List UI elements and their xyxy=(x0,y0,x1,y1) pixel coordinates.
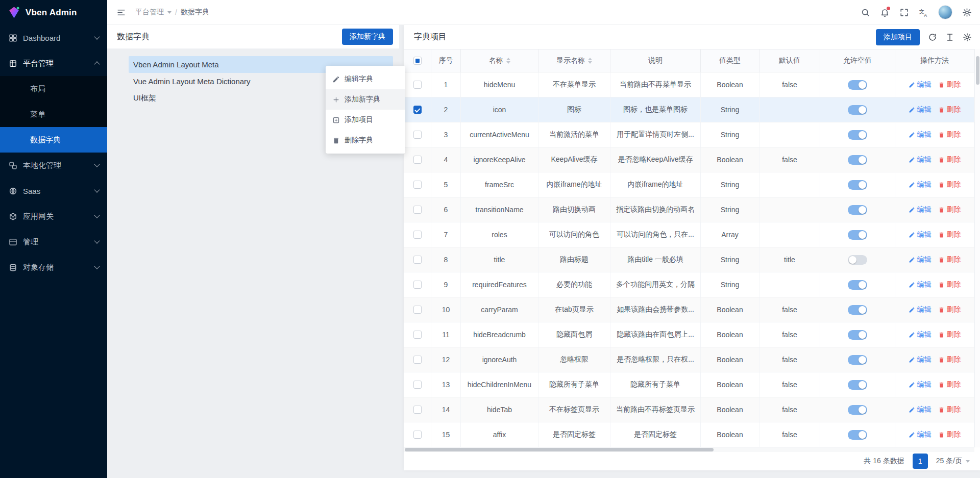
delete-button[interactable]: 删除 xyxy=(938,255,961,264)
edit-button[interactable]: 编辑 xyxy=(909,330,932,339)
delete-button[interactable]: 删除 xyxy=(938,130,961,139)
table-row-roles[interactable]: 7 roles 可以访问的角色 可以访问的角色，只在... Array 编辑 删… xyxy=(404,222,974,247)
translate-icon[interactable]: 文A xyxy=(919,8,928,17)
context-menu-delete-dict[interactable]: 删除字典 xyxy=(326,130,405,150)
edit-button[interactable]: 编辑 xyxy=(909,405,932,414)
edit-button[interactable]: 编辑 xyxy=(909,430,932,439)
edit-button[interactable]: 编辑 xyxy=(909,180,932,189)
nullable-toggle[interactable] xyxy=(848,305,867,315)
table-row-currentActiveMenu[interactable]: 3 currentActiveMenu 当前激活的菜单 用于配置详情页时左侧..… xyxy=(404,122,974,147)
search-icon[interactable] xyxy=(861,8,870,17)
delete-button[interactable]: 删除 xyxy=(938,280,961,289)
table-row-requiredFeatures[interactable]: 9 requiredFeatures 必要的功能 多个功能间用英文，分隔 Str… xyxy=(404,272,974,297)
table-horizontal-scrollbar[interactable] xyxy=(404,447,974,452)
nullable-toggle[interactable] xyxy=(848,155,867,165)
nullable-toggle[interactable] xyxy=(848,280,867,290)
sort-icon[interactable] xyxy=(506,58,510,64)
menu-fold-icon[interactable] xyxy=(116,8,126,17)
context-menu-edit-dict[interactable]: 编辑字典 xyxy=(326,69,405,89)
row-checkbox[interactable] xyxy=(413,306,422,314)
edit-button[interactable]: 编辑 xyxy=(909,380,932,389)
sidebar-item-localization[interactable]: 本地化管理 xyxy=(0,153,107,178)
delete-button[interactable]: 删除 xyxy=(938,355,961,364)
row-checkbox[interactable] xyxy=(413,256,422,264)
pagination-page-1[interactable]: 1 xyxy=(913,454,928,469)
table-row-ignoreKeepAlive[interactable]: 4 ignoreKeepAlive KeepAlive缓存 是否忽略KeepAl… xyxy=(404,147,974,172)
delete-button[interactable]: 删除 xyxy=(938,430,961,439)
column-header-display[interactable]: 显示名称 xyxy=(538,49,610,72)
row-checkbox[interactable] xyxy=(413,231,422,239)
edit-button[interactable]: 编辑 xyxy=(909,355,932,364)
edit-button[interactable]: 编辑 xyxy=(909,305,932,314)
sidebar-item-object-storage[interactable]: 对象存储 xyxy=(0,255,107,280)
table-row-hideChildrenInMenu[interactable]: 13 hideChildrenInMenu 隐藏所有子菜单 隐藏所有子菜单 Bo… xyxy=(404,372,974,397)
row-checkbox[interactable] xyxy=(413,406,422,414)
table-row-transitionName[interactable]: 6 transitionName 路由切换动画 指定该路由切换的动画名 Stri… xyxy=(404,197,974,222)
breadcrumb-parent[interactable]: 平台管理 xyxy=(135,8,164,17)
nullable-toggle[interactable] xyxy=(848,80,867,90)
edit-button[interactable]: 编辑 xyxy=(909,105,932,114)
add-dictionary-button[interactable]: 添加新字典 xyxy=(342,29,393,45)
delete-button[interactable]: 删除 xyxy=(938,305,961,314)
edit-button[interactable]: 编辑 xyxy=(909,255,932,264)
sidebar-item-platform[interactable]: 平台管理 xyxy=(0,51,107,76)
nullable-toggle[interactable] xyxy=(848,380,867,390)
column-header-name[interactable]: 名称 xyxy=(461,49,538,72)
context-menu-add-item[interactable]: 添加项目 xyxy=(326,110,405,130)
sidebar-item-saas[interactable]: Saas xyxy=(0,178,107,204)
row-checkbox[interactable] xyxy=(413,206,422,214)
row-checkbox[interactable] xyxy=(413,431,422,439)
table-row-hideMenu[interactable]: 1 hideMenu 不在菜单显示 当前路由不再菜单显示 Boolean fal… xyxy=(404,72,974,97)
row-checkbox[interactable] xyxy=(413,181,422,189)
table-row-affix[interactable]: 15 affix 是否固定标签 是否固定标签 Boolean false 编辑 … xyxy=(404,422,974,447)
row-checkbox[interactable] xyxy=(413,281,422,289)
nullable-toggle[interactable] xyxy=(848,405,867,415)
nullable-toggle[interactable] xyxy=(848,355,867,365)
sidebar-item-gateway[interactable]: 应用网关 xyxy=(0,204,107,229)
delete-button[interactable]: 删除 xyxy=(938,405,961,414)
delete-button[interactable]: 删除 xyxy=(938,155,961,164)
delete-button[interactable]: 删除 xyxy=(938,205,961,214)
row-checkbox[interactable] xyxy=(413,356,422,364)
nullable-toggle[interactable] xyxy=(848,105,867,115)
table-row-carryParam[interactable]: 10 carryParam 在tab页显示 如果该路由会携带参数... Bool… xyxy=(404,297,974,322)
sidebar-item-layout[interactable]: 布局 xyxy=(0,76,107,102)
table-row-frameSrc[interactable]: 5 frameSrc 内嵌iframe的地址 内嵌iframe的地址 Strin… xyxy=(404,172,974,197)
select-all-checkbox[interactable] xyxy=(413,57,422,65)
row-checkbox[interactable] xyxy=(413,131,422,139)
nullable-toggle[interactable] xyxy=(848,180,867,190)
sidebar-item-management[interactable]: 管理 xyxy=(0,229,107,255)
row-height-icon[interactable] xyxy=(945,33,954,42)
edit-button[interactable]: 编辑 xyxy=(909,230,932,239)
table-row-hideTab[interactable]: 14 hideTab 不在标签页显示 当前路由不再标签页显示 Boolean f… xyxy=(404,397,974,422)
nullable-toggle[interactable] xyxy=(848,130,867,140)
notification-bell-icon[interactable] xyxy=(880,8,890,17)
context-menu-add-dict[interactable]: 添加新字典 xyxy=(326,89,405,110)
delete-button[interactable]: 删除 xyxy=(938,105,961,114)
edit-button[interactable]: 编辑 xyxy=(909,205,932,214)
edit-button[interactable]: 编辑 xyxy=(909,155,932,164)
table-row-icon[interactable]: 2 icon 图标 图标，也是菜单图标 String 编辑 删除 xyxy=(404,97,974,122)
row-checkbox[interactable] xyxy=(413,381,422,389)
edit-button[interactable]: 编辑 xyxy=(909,280,932,289)
edit-button[interactable]: 编辑 xyxy=(909,80,932,89)
sort-icon[interactable] xyxy=(588,58,592,64)
user-avatar[interactable] xyxy=(938,5,952,19)
table-vertical-scrollbar[interactable] xyxy=(974,49,980,447)
delete-button[interactable]: 删除 xyxy=(938,330,961,339)
edit-button[interactable]: 编辑 xyxy=(909,130,932,139)
row-checkbox[interactable] xyxy=(413,106,422,114)
settings-gear-icon[interactable] xyxy=(962,8,972,17)
table-row-hideBreadcrumb[interactable]: 11 hideBreadcrumb 隐藏面包屑 隐藏该路由在面包屑上... Bo… xyxy=(404,322,974,347)
row-checkbox[interactable] xyxy=(413,81,422,89)
delete-button[interactable]: 删除 xyxy=(938,80,961,89)
logo[interactable]: Vben Admin xyxy=(0,0,107,25)
nullable-toggle[interactable] xyxy=(848,430,867,440)
vertical-scroll-thumb[interactable] xyxy=(976,56,979,85)
fullscreen-icon[interactable] xyxy=(899,8,909,17)
nullable-toggle[interactable] xyxy=(848,205,867,215)
delete-button[interactable]: 删除 xyxy=(938,230,961,239)
sidebar-item-data-dict[interactable]: 数据字典 xyxy=(0,127,107,153)
delete-button[interactable]: 删除 xyxy=(938,180,961,189)
refresh-icon[interactable] xyxy=(928,33,937,42)
